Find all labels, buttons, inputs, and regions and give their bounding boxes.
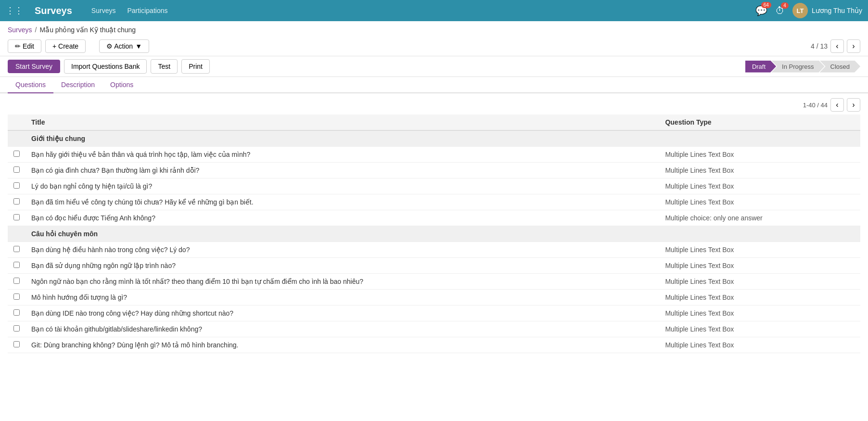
row-checkbox[interactable]: [8, 147, 26, 163]
activity-badge[interactable]: ⏱ 4: [775, 5, 785, 16]
table-section-row: Câu hỏi chuyên môn: [8, 226, 860, 242]
row-checkbox[interactable]: [8, 258, 26, 274]
avatar: LT: [792, 3, 808, 18]
table-row[interactable]: Lý do bạn nghỉ công ty hiện tại/cũ là gì…: [8, 179, 860, 194]
action-chevron-icon: ▼: [135, 42, 142, 50]
table-row[interactable]: Bạn dùng IDE nào trong công việc? Hay dù…: [8, 306, 860, 321]
action-button[interactable]: ⚙ Action ▼: [99, 39, 149, 53]
table-pagination: 1-40 / 44 ‹ ›: [8, 93, 860, 115]
top-nav: Surveys Participations: [91, 7, 168, 14]
status-closed[interactable]: Closed: [820, 61, 860, 73]
checkbox[interactable]: [13, 341, 20, 347]
create-button[interactable]: + Create: [45, 39, 86, 53]
table-row[interactable]: Bạn đã tìm hiểu về công ty chúng tôi chư…: [8, 194, 860, 210]
table-row[interactable]: Bạn có tài khoản github/gitlab/slideshar…: [8, 321, 860, 337]
row-question-type: Multiple Lines Text Box: [659, 258, 860, 274]
row-checkbox[interactable]: [8, 337, 26, 353]
checkbox[interactable]: [13, 214, 20, 220]
breadcrumb-parent[interactable]: Surveys: [8, 26, 32, 34]
row-title: Bạn có gia đình chưa? Bạn thường làm gì …: [26, 163, 659, 179]
row-checkbox[interactable]: [8, 321, 26, 337]
row-question-type: Multiple Lines Text Box: [659, 306, 860, 321]
row-checkbox[interactable]: [8, 179, 26, 194]
print-button[interactable]: Print: [181, 59, 210, 74]
row-checkbox[interactable]: [8, 242, 26, 258]
checkbox[interactable]: [13, 151, 20, 157]
pagination-text: 4 / 13: [811, 42, 828, 50]
table-row[interactable]: Ngôn ngữ nào bạn cho rằng mình là tốt nh…: [8, 274, 860, 290]
pagination-controls: 4 / 13 ‹ ›: [811, 39, 860, 53]
row-title: Bạn hãy giới thiệu về bản thân và quá tr…: [26, 147, 659, 163]
messages-count: 64: [761, 2, 771, 8]
checkbox[interactable]: [13, 166, 20, 173]
breadcrumb-separator: /: [35, 26, 37, 34]
nav-surveys[interactable]: Surveys: [91, 7, 116, 14]
row-title: Git: Dùng branching không? Dùng lệnh gì?…: [26, 337, 659, 353]
section-checkbox: [8, 130, 26, 147]
row-checkbox[interactable]: [8, 274, 26, 290]
tab-options[interactable]: Options: [102, 77, 141, 93]
checkbox[interactable]: [13, 293, 20, 300]
start-survey-button[interactable]: Start Survey: [8, 60, 60, 73]
row-checkbox[interactable]: [8, 163, 26, 179]
prev-button[interactable]: ‹: [830, 39, 844, 53]
table-row[interactable]: Bạn có gia đình chưa? Bạn thường làm gì …: [8, 163, 860, 179]
row-title: Bạn đã sử dụng những ngôn ngữ lập trình …: [26, 258, 659, 274]
action-bar: Start Survey Import Questions Bank Test …: [0, 56, 868, 77]
action-label: ⚙ Action: [106, 42, 133, 50]
table-next-button[interactable]: ›: [847, 98, 860, 112]
row-question-type: Multiple Lines Text Box: [659, 290, 860, 306]
questions-table: Title Question Type Giới thiệu chung Bạn…: [8, 115, 860, 353]
section-title: Câu hỏi chuyên môn: [26, 226, 860, 242]
table-section-row: Giới thiệu chung: [8, 130, 860, 147]
messages-badge[interactable]: 💬 64: [755, 5, 767, 16]
checkbox[interactable]: [13, 182, 20, 189]
row-title: Ngôn ngữ nào bạn cho rằng mình là tốt nh…: [26, 274, 659, 290]
checkbox[interactable]: [13, 325, 20, 332]
grid-icon[interactable]: ⋮⋮: [6, 5, 23, 16]
edit-button[interactable]: ✏ Edit: [8, 39, 41, 53]
checkbox[interactable]: [13, 198, 20, 204]
checkbox[interactable]: [13, 309, 20, 316]
checkbox[interactable]: [13, 278, 20, 284]
table-row[interactable]: Git: Dùng branching không? Dùng lệnh gì?…: [8, 337, 860, 353]
table-prev-button[interactable]: ‹: [830, 98, 844, 112]
row-question-type: Multiple Lines Text Box: [659, 337, 860, 353]
row-title: Lý do bạn nghỉ công ty hiện tại/cũ là gì…: [26, 179, 659, 194]
test-button[interactable]: Test: [151, 59, 178, 74]
user-menu[interactable]: LT Lương Thu Thủy: [792, 3, 862, 18]
table-container: 1-40 / 44 ‹ › Title Question Type Giới t…: [0, 93, 868, 353]
nav-participations[interactable]: Participations: [127, 7, 167, 14]
table-row[interactable]: Bạn có đọc hiểu được Tiếng Anh không? Mu…: [8, 210, 860, 226]
row-question-type: Multiple Lines Text Box: [659, 194, 860, 210]
table-row[interactable]: Bạn dùng hệ điều hành nào trong công việ…: [8, 242, 860, 258]
row-question-type: Multiple Lines Text Box: [659, 242, 860, 258]
row-checkbox[interactable]: [8, 306, 26, 321]
status-draft[interactable]: Draft: [745, 61, 776, 73]
import-questions-button[interactable]: Import Questions Bank: [64, 59, 147, 74]
row-checkbox[interactable]: [8, 290, 26, 306]
table-row[interactable]: Mô hình hướng đối tượng là gì? Multiple …: [8, 290, 860, 306]
col-checkbox: [8, 115, 26, 130]
checkbox[interactable]: [13, 246, 20, 252]
tab-questions[interactable]: Questions: [8, 77, 53, 93]
row-question-type: Multiple Lines Text Box: [659, 163, 860, 179]
tab-description[interactable]: Description: [53, 77, 102, 93]
topbar-right: 💬 64 ⏱ 4 LT Lương Thu Thủy: [755, 3, 862, 18]
col-question-type: Question Type: [659, 115, 860, 130]
section-checkbox: [8, 226, 26, 242]
row-checkbox[interactable]: [8, 210, 26, 226]
table-row[interactable]: Bạn hãy giới thiệu về bản thân và quá tr…: [8, 147, 860, 163]
checkbox[interactable]: [13, 262, 20, 268]
row-question-type: Multiple Lines Text Box: [659, 179, 860, 194]
next-button[interactable]: ›: [847, 39, 860, 53]
row-question-type: Multiple Lines Text Box: [659, 274, 860, 290]
breadcrumb-current: Mẫu phỏng vấn Kỹ thuật chung: [39, 26, 136, 34]
row-title: Bạn có đọc hiểu được Tiếng Anh không?: [26, 210, 659, 226]
status-in-progress[interactable]: In Progress: [771, 61, 824, 73]
table-row[interactable]: Bạn đã sử dụng những ngôn ngữ lập trình …: [8, 258, 860, 274]
row-checkbox[interactable]: [8, 194, 26, 210]
status-bar: Draft In Progress Closed: [745, 61, 860, 73]
tabs: Questions Description Options: [0, 77, 868, 93]
breadcrumb: Surveys / Mẫu phỏng vấn Kỹ thuật chung: [0, 21, 868, 37]
